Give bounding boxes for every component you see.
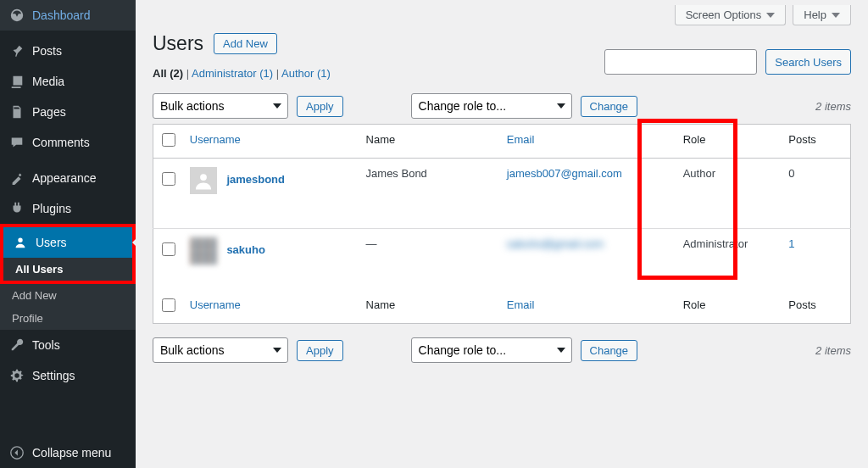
sidebar-item-comments[interactable]: Comments (0, 127, 136, 158)
apply-button-bottom[interactable]: Apply (297, 340, 343, 361)
sidebar-label: Appearance (32, 171, 97, 185)
add-new-user-button[interactable]: Add New (214, 33, 277, 54)
users-highlight-box: Users (0, 224, 136, 258)
sidebar-item-media[interactable]: Media (0, 66, 136, 97)
posts-count-link[interactable]: 1 (788, 237, 794, 250)
col-email-footer[interactable]: Email (498, 290, 675, 324)
sidebar-item-posts[interactable]: Posts (0, 36, 136, 66)
col-posts-footer[interactable]: Posts (780, 290, 850, 324)
settings-icon (8, 367, 25, 384)
sidebar-item-users[interactable]: Users (3, 227, 132, 258)
col-username-header[interactable]: Username (181, 125, 358, 159)
items-count-top: 2 items (815, 100, 851, 113)
tablenav-bottom: Bulk actions Apply Change role to... Cha… (153, 332, 851, 368)
screen-meta-links: Screen Options Help (153, 0, 851, 25)
screen-options-toggle[interactable]: Screen Options (675, 5, 787, 25)
sidebar-label: Media (32, 75, 64, 88)
filter-administrator[interactable]: Administrator (1) (192, 67, 273, 80)
username-link[interactable]: jamesbond (226, 173, 285, 186)
collapse-menu[interactable]: Collapse menu (0, 437, 136, 468)
avatar (190, 167, 217, 194)
sidebar-item-settings[interactable]: Settings (0, 360, 136, 391)
sidebar-label: Dashboard (32, 8, 91, 22)
change-role-select-bottom[interactable]: Change role to... (411, 337, 572, 363)
sidebar-item-tools[interactable]: Tools (0, 330, 136, 360)
cell-role: Author (675, 159, 781, 229)
users-submenu: All Users Add New Profile (0, 258, 136, 330)
users-icon (12, 234, 29, 251)
tools-icon (8, 337, 25, 354)
col-name-footer[interactable]: Name (358, 290, 498, 324)
chevron-down-icon (766, 13, 775, 18)
sidebar-item-appearance[interactable]: Appearance (0, 163, 136, 193)
change-role-select-top[interactable]: Change role to... (411, 93, 572, 119)
cell-posts: 0 (780, 159, 850, 229)
sidebar-label: Posts (32, 44, 62, 58)
submenu-all-users[interactable]: All Users (3, 258, 132, 281)
filter-author[interactable]: Author (1) (281, 67, 331, 80)
sidebar-label: Users (36, 236, 67, 249)
sidebar-label: Settings (32, 369, 75, 382)
users-table: Username Name Email Role Posts jamesbond (153, 124, 851, 324)
col-username-footer[interactable]: Username (181, 290, 358, 324)
search-users-button[interactable]: Search Users (765, 49, 851, 75)
help-toggle[interactable]: Help (793, 5, 851, 25)
comments-icon (8, 134, 25, 151)
user-search-input[interactable] (604, 49, 757, 75)
row-checkbox[interactable] (162, 172, 175, 186)
help-label: Help (804, 8, 826, 21)
row-checkbox[interactable] (162, 242, 175, 256)
col-email-header[interactable]: Email (498, 125, 675, 159)
table-row: sakuho — sakuho@gmail.com Administrator … (153, 229, 851, 291)
bulk-action-select-bottom[interactable]: Bulk actions (153, 337, 288, 363)
sidebar-item-plugins[interactable]: Plugins (0, 193, 136, 224)
bulk-action-select-top[interactable]: Bulk actions (153, 93, 288, 119)
sidebar-label: Comments (32, 136, 90, 149)
admin-sidebar: Dashboard Posts Media Pages Comments App… (0, 0, 136, 468)
plugins-icon (8, 200, 25, 217)
screen-options-label: Screen Options (686, 8, 762, 21)
col-name-header[interactable]: Name (358, 125, 498, 159)
select-all-bottom[interactable] (162, 298, 175, 312)
sidebar-label: Plugins (32, 202, 71, 215)
appearance-icon (8, 170, 25, 187)
sidebar-label: Collapse menu (32, 446, 111, 460)
select-all-top[interactable] (162, 133, 175, 147)
email-link[interactable]: sakuho@gmail.com (507, 237, 604, 250)
change-role-button-top[interactable]: Change (581, 96, 638, 117)
avatar (190, 237, 217, 265)
page-title: Users (153, 32, 203, 55)
username-link[interactable]: sakuho (226, 243, 265, 256)
submenu-profile[interactable]: Profile (0, 307, 136, 330)
all-users-highlight-box: All Users (0, 258, 136, 284)
sidebar-item-pages[interactable]: Pages (0, 97, 136, 127)
filter-all[interactable]: All (2) (153, 67, 183, 80)
col-role-header[interactable]: Role (675, 125, 781, 159)
chevron-down-icon (832, 13, 840, 18)
items-count-bottom: 2 items (815, 344, 851, 357)
sidebar-label: Tools (32, 338, 60, 352)
cell-name: — (358, 229, 498, 291)
col-posts-header[interactable]: Posts (780, 125, 850, 159)
sidebar-label: Pages (32, 105, 66, 119)
cell-role: Administrator (675, 229, 781, 291)
collapse-icon (8, 444, 25, 461)
media-icon (8, 73, 25, 90)
main-content: Screen Options Help Users Add New All (2… (136, 0, 868, 468)
cell-name: James Bond (358, 159, 498, 229)
col-role-footer[interactable]: Role (675, 290, 781, 324)
sidebar-item-dashboard[interactable]: Dashboard (0, 0, 136, 31)
submenu-add-new[interactable]: Add New (0, 284, 136, 307)
table-row: jamesbond James Bond jamesb007@gmail.com… (153, 159, 851, 229)
pin-icon (8, 42, 25, 59)
dashboard-icon (8, 7, 25, 24)
pages-icon (8, 103, 25, 120)
change-role-button-bottom[interactable]: Change (581, 340, 638, 361)
apply-button-top[interactable]: Apply (297, 96, 343, 117)
tablenav-top: Bulk actions Apply Change role to... Cha… (153, 88, 851, 124)
email-link[interactable]: jamesb007@gmail.com (507, 167, 622, 180)
